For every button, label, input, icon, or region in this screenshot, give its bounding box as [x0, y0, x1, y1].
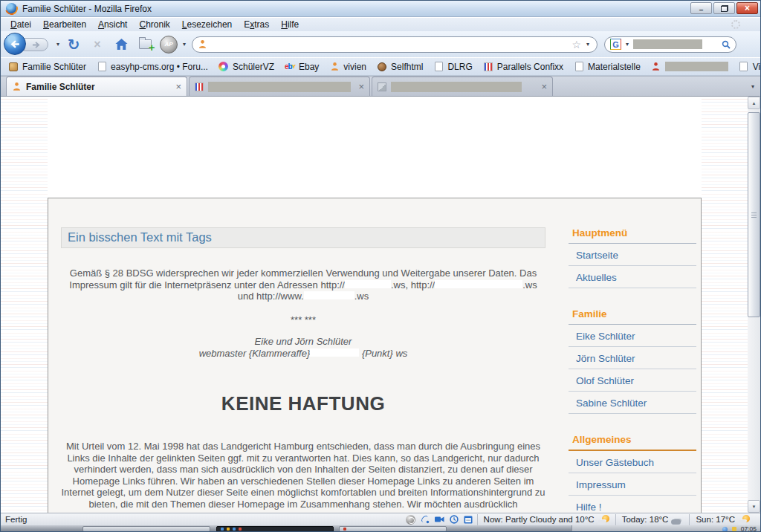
menu-datei[interactable]: Datei — [4, 19, 37, 30]
taskbar-icon — [233, 528, 236, 531]
sidebar-item-olof[interactable]: Olof Schlüter — [569, 369, 696, 392]
sidebar-menu: Hauptmenü Startseite Aktuelles Familie E… — [569, 198, 696, 513]
tab-close-icon[interactable]: × — [175, 81, 181, 92]
extension-button[interactable]: AP — [158, 34, 179, 55]
schuelervz-flower-icon — [218, 62, 228, 71]
taskbar-button[interactable] — [339, 526, 447, 532]
sidebar-item-joern[interactable]: Jörn Schlüter — [569, 347, 696, 369]
bookmark-label: Videos — [753, 62, 761, 72]
sidebar-section-title: Hauptmenü — [569, 226, 696, 244]
extension-dropdown[interactable]: ▾ — [181, 41, 188, 48]
bookmark-item[interactable]: ebY Ebay — [279, 59, 324, 74]
arrow-left-icon — [10, 39, 21, 49]
bookmark-star-icon[interactable]: ☆ — [571, 39, 581, 50]
history-dropdown[interactable]: ▾ — [54, 41, 62, 48]
home-icon — [115, 39, 128, 50]
google-engine-icon[interactable]: G — [610, 39, 621, 50]
taskbar: 07:05 — [1, 525, 760, 532]
selfhtml-icon — [378, 62, 386, 71]
search-box[interactable]: G ▾ — [604, 36, 736, 53]
redacted-url — [435, 280, 522, 288]
globe-icon[interactable] — [406, 515, 415, 525]
bookmark-label: Materialstelle — [588, 62, 641, 72]
bookmark-item[interactable]: Familie Schlüter — [3, 59, 91, 74]
menu-hilfe[interactable]: Hilfe — [275, 19, 305, 30]
tab-close-icon[interactable]: × — [358, 81, 364, 92]
tray-icon[interactable] — [732, 527, 736, 531]
sidebar-item-eike[interactable]: Eike Schlüter — [569, 325, 696, 347]
bookmark-label: Selfhtml — [391, 62, 423, 72]
sidebar-item-impressum[interactable]: Impressum — [569, 473, 696, 496]
bookmark-item[interactable]: DLRG — [428, 59, 477, 74]
page-icon — [575, 62, 583, 71]
tab-2[interactable]: × — [189, 77, 370, 96]
notes-icon[interactable] — [464, 515, 473, 524]
bookmark-item[interactable]: Materialstelle — [569, 59, 646, 74]
stop-button[interactable]: × — [87, 34, 108, 55]
redacted-email — [310, 348, 359, 357]
scrollbar-thumb[interactable] — [748, 112, 760, 317]
menu-chronik[interactable]: Chronik — [133, 19, 175, 30]
scroll-up-button[interactable]: ▲ — [748, 97, 760, 109]
tab-close-icon[interactable]: × — [541, 81, 547, 92]
history-buttons — [1, 32, 54, 56]
minimize-button[interactable]: – — [690, 2, 712, 14]
bookmark-item[interactable]: easyhp-cms.org • Foru... — [91, 59, 213, 74]
bookmark-item[interactable]: Selfhtml — [372, 59, 428, 74]
plus-icon: + — [149, 41, 155, 53]
throbber-icon — [731, 20, 740, 29]
tab-familie-schlueter[interactable]: Familie Schlüter × — [6, 77, 187, 96]
all-tabs-dropdown[interactable]: ▾ — [745, 82, 760, 91]
search-engine-dropdown[interactable]: ▾ — [624, 41, 631, 48]
forward-button[interactable] — [24, 38, 48, 51]
page-icon — [739, 62, 748, 71]
person-favicon — [12, 82, 22, 91]
minimize-icon: – — [699, 7, 704, 14]
weather-sunday[interactable]: Sun: 17°C — [689, 514, 756, 525]
sidebar-item-aktuelles[interactable]: Aktuelles — [569, 266, 696, 288]
close-button[interactable]: × — [736, 2, 758, 14]
site-identity-icon[interactable] — [198, 39, 207, 49]
new-folder-button[interactable]: + — [135, 34, 155, 55]
menu-bearbeiten[interactable]: Bearbeiten — [37, 19, 92, 30]
taskbar-button[interactable] — [82, 526, 210, 532]
scroll-down-button[interactable]: ▼ — [748, 500, 760, 513]
bookmark-item[interactable] — [646, 59, 734, 74]
camera-icon[interactable] — [435, 515, 444, 524]
address-dropdown[interactable]: ▾ — [584, 41, 592, 48]
clock-icon[interactable] — [450, 515, 459, 524]
tab-3[interactable]: × — [372, 77, 553, 96]
sidebar-item-gaestebuch[interactable]: Unser Gästebuch — [569, 451, 696, 473]
menu-extras[interactable]: Extras — [238, 19, 275, 30]
sidebar-item-sabine[interactable]: Sabine Schlüter — [569, 392, 696, 414]
back-button[interactable] — [4, 33, 26, 55]
bookmark-label: easyhp-cms.org • Foru... — [111, 62, 208, 72]
bookmark-item[interactable]: SchülerVZ — [213, 59, 279, 74]
bookmark-item[interactable]: Videos — [734, 59, 761, 74]
status-text: Fertig — [5, 515, 406, 524]
page-container: Ein bisschen Text mit Tags Gemäß § 28 BD… — [48, 97, 702, 513]
menu-lesezeichen[interactable]: Lesezeichen — [176, 19, 238, 30]
bookmark-item[interactable]: vivien — [324, 59, 372, 74]
address-bar[interactable]: ☆ ▾ — [192, 36, 598, 53]
sidebar-item-startseite[interactable]: Startseite — [569, 244, 696, 266]
parallels-favicon — [195, 82, 204, 91]
weather-now[interactable]: Now: Partly Cloudy and 10°C — [477, 514, 615, 525]
article-heading: Ein bisschen Text mit Tags — [61, 227, 545, 248]
home-button[interactable] — [111, 34, 132, 55]
taskbar-button-active[interactable] — [216, 526, 334, 532]
weather-today[interactable]: Today: 18°C — [615, 514, 690, 525]
tray-orb-icon[interactable] — [722, 527, 728, 532]
bookmark-label: DLRG — [447, 62, 472, 72]
firefox-icon — [6, 3, 17, 14]
satellite-icon[interactable] — [421, 515, 430, 524]
search-icon[interactable] — [722, 40, 731, 49]
bookmark-item[interactable]: Parallels Confixx — [478, 59, 569, 74]
sidebar-item-hilfe[interactable]: Hilfe ! — [569, 496, 696, 513]
tab-title-redacted — [391, 82, 522, 92]
reload-button[interactable]: ↻ — [63, 34, 84, 55]
vertical-scrollbar[interactable]: ▲ ▼ — [748, 97, 760, 513]
menu-ansicht[interactable]: Ansicht — [92, 19, 133, 30]
restore-button[interactable] — [713, 2, 735, 14]
sidebar-section-hauptmenu: Hauptmenü Startseite Aktuelles — [569, 226, 696, 288]
